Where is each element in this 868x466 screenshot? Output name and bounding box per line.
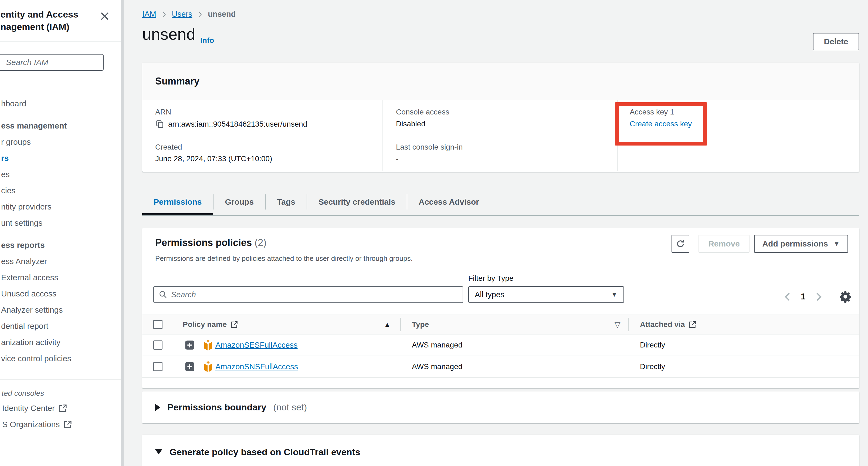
page-title: unsend bbox=[142, 25, 195, 43]
sidebar-section-access-management: ess management bbox=[0, 118, 121, 134]
organizations-label: S Organizations bbox=[2, 420, 60, 429]
sidebar-nav: hboard ess management r groups rs es cie… bbox=[0, 84, 121, 433]
breadcrumb-iam-link[interactable]: IAM bbox=[142, 10, 156, 19]
sidebar-item-unused-access[interactable]: Unused access bbox=[0, 286, 121, 302]
column-divider bbox=[400, 318, 401, 331]
sort-ascending-icon[interactable]: ▲ bbox=[384, 315, 391, 334]
access-key-label: Access key 1 bbox=[630, 108, 674, 116]
summary-body: ARN arn:aws:iam::905418462135:user/unsen… bbox=[142, 100, 859, 171]
refresh-button[interactable] bbox=[672, 235, 689, 253]
policy-name-header-label: Policy name bbox=[183, 320, 227, 329]
filter-by-type-label: Filter by Type bbox=[468, 274, 514, 283]
expander-expanded-icon[interactable] bbox=[155, 449, 162, 455]
sidebar-item-policies[interactable]: cies bbox=[0, 183, 121, 199]
policy-table-row: AmazonSNSFullAccess AWS managed Directly bbox=[142, 356, 859, 378]
caret-down-icon: ▼ bbox=[833, 241, 840, 247]
expander-collapsed-icon[interactable] bbox=[155, 404, 160, 411]
sidebar-item-users[interactable]: rs bbox=[0, 150, 121, 166]
permissions-policies-count: (2) bbox=[254, 237, 267, 248]
sidebar-item-organization-activity[interactable]: anization activity bbox=[0, 334, 121, 350]
sidebar-item-analyzer-settings[interactable]: Analyzer settings bbox=[0, 302, 121, 318]
page-number[interactable]: 1 bbox=[801, 292, 805, 302]
sidebar-link-identity-center[interactable]: Identity Center bbox=[0, 400, 121, 416]
row-checkbox[interactable] bbox=[153, 340, 162, 350]
row-checkbox[interactable] bbox=[153, 362, 162, 371]
sidebar-item-dashboard[interactable]: hboard bbox=[0, 96, 121, 112]
permissions-boundary-status: (not set) bbox=[273, 402, 307, 412]
sidebar-link-organizations[interactable]: S Organizations bbox=[0, 416, 121, 433]
delete-button[interactable]: Delete bbox=[813, 33, 859, 50]
last-signin-value: - bbox=[396, 154, 398, 163]
sidebar-item-credential-report[interactable]: dential report bbox=[0, 318, 121, 334]
arn-value: arn:aws:iam::905418462135:user/unsend bbox=[168, 120, 307, 128]
sidebar-item-roles[interactable]: es bbox=[0, 166, 121, 183]
permissions-policies-title-text: Permissions policies bbox=[155, 237, 252, 248]
created-label: Created bbox=[155, 143, 182, 152]
info-link[interactable]: Info bbox=[200, 36, 214, 45]
console-access-value: Disabled bbox=[396, 120, 425, 128]
caret-down-icon: ▼ bbox=[611, 291, 618, 298]
console-access-label: Console access bbox=[396, 108, 450, 116]
sidebar-title-line2: nagement (IAM) bbox=[1, 21, 78, 33]
sidebar-item-service-control-policies[interactable]: vice control policies bbox=[0, 350, 121, 367]
related-consoles-heading: ted consoles bbox=[0, 386, 121, 400]
generate-policy-card[interactable]: Generate policy based on CloudTrail even… bbox=[142, 435, 859, 466]
create-access-key-link[interactable]: Create access key bbox=[630, 120, 692, 128]
tab-groups[interactable]: Groups bbox=[214, 189, 265, 215]
sidebar-search-input[interactable] bbox=[0, 54, 104, 71]
chevron-right-icon bbox=[197, 10, 203, 18]
sidebar-edge-divider bbox=[121, 0, 124, 466]
policy-type-cell: AWS managed bbox=[412, 356, 462, 377]
policy-link[interactable]: AmazonSNSFullAccess bbox=[215, 356, 298, 377]
sidebar-item-user-groups[interactable]: r groups bbox=[0, 134, 121, 150]
previous-page-icon[interactable] bbox=[782, 291, 793, 302]
tab-access-advisor[interactable]: Access Advisor bbox=[407, 189, 490, 215]
arn-label: ARN bbox=[155, 108, 171, 116]
filter-icon[interactable]: ▽ bbox=[615, 315, 620, 334]
policy-table-row: AmazonSESFullAccess AWS managed Directly bbox=[142, 335, 859, 356]
column-type[interactable]: Type bbox=[412, 315, 429, 334]
breadcrumb: IAM Users unsend bbox=[142, 10, 236, 19]
policy-link[interactable]: AmazonSESFullAccess bbox=[215, 335, 298, 355]
expand-row-icon[interactable] bbox=[185, 340, 195, 350]
remove-button[interactable]: Remove bbox=[699, 235, 749, 253]
tab-security-credentials[interactable]: Security credentials bbox=[307, 189, 407, 215]
gear-icon[interactable] bbox=[839, 290, 852, 303]
breadcrumb-current: unsend bbox=[208, 10, 236, 19]
select-all-checkbox[interactable] bbox=[153, 320, 162, 329]
close-icon[interactable] bbox=[99, 11, 110, 22]
pagination: 1 bbox=[782, 288, 852, 305]
column-policy-name[interactable]: Policy name bbox=[183, 315, 238, 334]
permissions-boundary-title: Permissions boundary bbox=[167, 402, 267, 412]
search-icon bbox=[159, 290, 167, 299]
add-permissions-button[interactable]: Add permissions ▼ bbox=[754, 235, 848, 253]
policy-type-cell: AWS managed bbox=[412, 335, 462, 355]
policy-search-input[interactable] bbox=[171, 290, 463, 299]
identity-center-label: Identity Center bbox=[2, 404, 55, 413]
type-filter-select[interactable]: All types ▼ bbox=[468, 286, 624, 303]
external-link-icon bbox=[63, 420, 72, 429]
type-filter-value: All types bbox=[475, 290, 504, 299]
column-attached-via[interactable]: Attached via bbox=[640, 315, 696, 334]
tab-permissions[interactable]: Permissions bbox=[142, 189, 213, 215]
sidebar-section-access-reports: ess reports bbox=[0, 237, 121, 253]
copy-icon[interactable] bbox=[155, 120, 164, 129]
next-page-icon[interactable] bbox=[813, 291, 824, 302]
sidebar-title: entity and Access nagement (IAM) bbox=[1, 8, 78, 33]
permissions-boundary-card[interactable]: Permissions boundary (not set) bbox=[142, 392, 859, 423]
sidebar-item-identity-providers[interactable]: ntity providers bbox=[0, 199, 121, 215]
expand-row-icon[interactable] bbox=[185, 362, 195, 372]
sidebar-item-access-analyzer[interactable]: ess Analyzer bbox=[0, 253, 121, 270]
summary-heading: Summary bbox=[142, 63, 859, 100]
refresh-icon bbox=[676, 239, 685, 249]
sidebar-item-external-access[interactable]: External access bbox=[0, 270, 121, 286]
chevron-right-icon bbox=[161, 10, 167, 18]
tab-tags[interactable]: Tags bbox=[266, 189, 307, 215]
policy-search-box[interactable] bbox=[153, 286, 463, 303]
sidebar-item-account-settings[interactable]: unt settings bbox=[0, 215, 121, 231]
add-permissions-label: Add permissions bbox=[762, 239, 828, 248]
generate-policy-title: Generate policy based on CloudTrail even… bbox=[169, 447, 360, 457]
breadcrumb-users-link[interactable]: Users bbox=[172, 10, 192, 19]
tabs-underline bbox=[142, 215, 859, 216]
attached-via-header-label: Attached via bbox=[640, 320, 685, 329]
